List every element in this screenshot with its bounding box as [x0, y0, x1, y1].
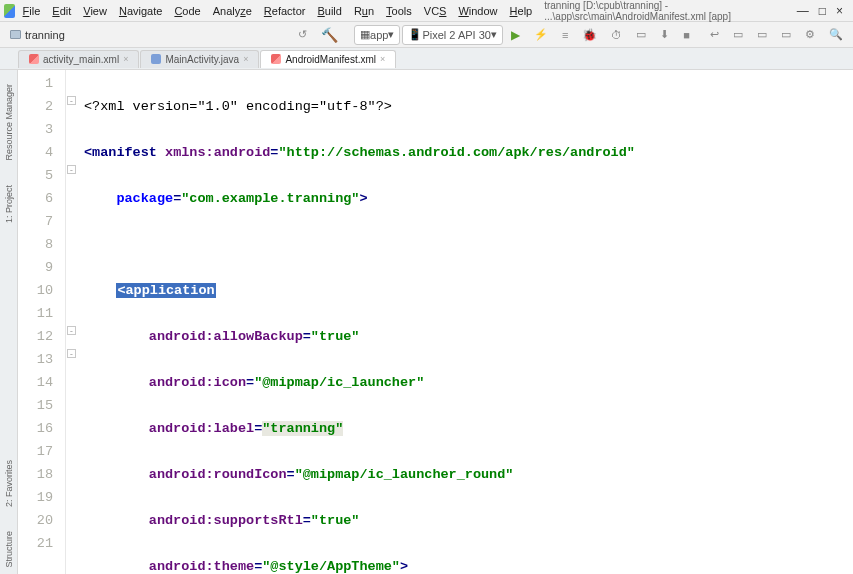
folder-icon — [10, 30, 21, 39]
menu-run[interactable]: Run — [350, 3, 378, 19]
close-button[interactable]: × — [836, 4, 843, 18]
stop-button[interactable]: ■ — [677, 25, 696, 45]
settings-button[interactable]: ⚙ — [799, 25, 821, 45]
window-title-path: tranning [D:\cpub\tranning] - ...\app\sr… — [544, 0, 787, 22]
close-icon[interactable]: × — [123, 54, 128, 64]
menu-view[interactable]: View — [79, 3, 111, 19]
vcs-button[interactable]: ↩ — [704, 25, 725, 45]
menu-analyze[interactable]: Analyze — [209, 3, 256, 19]
code-editor[interactable]: 1 2 3 4 5 6 7 8 9 10 11 12 13 14 15 16 1… — [18, 70, 853, 574]
attach-icon: ≡ — [562, 29, 568, 41]
close-icon[interactable]: × — [243, 54, 248, 64]
menu-navigate[interactable]: Navigate — [115, 3, 166, 19]
gear-icon: ⚙ — [805, 28, 815, 41]
profile-icon: ⏱ — [611, 29, 622, 41]
structure-icon: ▭ — [733, 28, 743, 41]
vcs-icon: ↩ — [710, 28, 719, 41]
run-config-selector[interactable]: ▦ app ▾ — [354, 25, 400, 45]
java-file-icon — [151, 54, 161, 64]
run-button[interactable]: ▶ — [505, 25, 526, 45]
sdk-button[interactable]: ⬇ — [654, 25, 675, 45]
structure-tab[interactable]: Structure — [3, 525, 15, 574]
tab-mainactivity[interactable]: MainActivity.java × — [140, 50, 259, 68]
menubar: File Edit View Navigate Code Analyze Ref… — [0, 0, 853, 22]
resource-manager-tab[interactable]: Resource Manager — [3, 78, 15, 167]
menu-code[interactable]: Code — [170, 3, 204, 19]
menu-build[interactable]: Build — [313, 3, 345, 19]
sdk-icon: ⬇ — [660, 28, 669, 41]
left-tool-tabs: Resource Manager 1: Project 2: Favorites… — [0, 70, 18, 574]
menu-refactor[interactable]: Refactor — [260, 3, 310, 19]
tool2-button[interactable]: ▭ — [775, 25, 797, 45]
menu-window[interactable]: Window — [454, 3, 501, 19]
menu-edit[interactable]: Edit — [48, 3, 75, 19]
code-content[interactable]: <?xml version="1.0" encoding="utf-8"?> <… — [78, 70, 706, 574]
editor-tabs: activity_main.xml × MainActivity.java × … — [0, 48, 853, 70]
tab-manifest[interactable]: AndroidManifest.xml × — [260, 50, 396, 68]
sync-icon: ↺ — [298, 28, 307, 41]
structure-button[interactable]: ▭ — [727, 25, 749, 45]
breadcrumb[interactable]: tranning — [4, 27, 71, 43]
fold-gutter: - - - - — [66, 70, 78, 574]
menu-help[interactable]: Help — [506, 3, 537, 19]
maximize-button[interactable]: □ — [819, 4, 826, 18]
avd-button[interactable]: ▭ — [630, 25, 652, 45]
stop-icon: ■ — [683, 29, 690, 41]
menu-tools[interactable]: Tools — [382, 3, 416, 19]
debug-button[interactable]: 🐞 — [576, 25, 603, 45]
menu-vcs[interactable]: VCS — [420, 3, 451, 19]
search-icon: 🔍 — [829, 28, 843, 41]
toolbar: tranning ↺ 🔨 ▦ app ▾ 📱 Pixel 2 API 30 ▾ … — [0, 22, 853, 48]
fold-toggle[interactable]: - — [67, 326, 76, 335]
app-logo-icon — [4, 4, 15, 18]
sync-button[interactable]: ↺ — [292, 25, 313, 45]
favorites-tab[interactable]: 2: Favorites — [3, 454, 15, 513]
window-controls: — □ × — [791, 4, 849, 18]
profile-button[interactable]: ⏱ — [605, 25, 628, 45]
tab-activity-main[interactable]: activity_main.xml × — [18, 50, 139, 68]
minimize-button[interactable]: — — [797, 4, 809, 18]
tool-icon: ▭ — [781, 28, 791, 41]
fold-toggle[interactable]: - — [67, 349, 76, 358]
fold-toggle[interactable]: - — [67, 96, 76, 105]
line-number-gutter: 1 2 3 4 5 6 7 8 9 10 11 12 13 14 15 16 1… — [18, 70, 66, 574]
fold-toggle[interactable]: - — [67, 165, 76, 174]
tool-icon: ▭ — [757, 28, 767, 41]
device-selector[interactable]: 📱 Pixel 2 API 30 ▾ — [402, 25, 503, 45]
apply-changes-button[interactable]: ⚡ — [528, 25, 554, 45]
xml-file-icon — [29, 54, 39, 64]
menu-file[interactable]: File — [19, 3, 45, 19]
build-button[interactable]: 🔨 — [315, 25, 344, 45]
breadcrumb-label: tranning — [25, 29, 65, 41]
apply-icon: ⚡ — [534, 28, 548, 41]
search-button[interactable]: 🔍 — [823, 25, 849, 45]
tool1-button[interactable]: ▭ — [751, 25, 773, 45]
project-tab[interactable]: 1: Project — [3, 179, 15, 229]
attach-button[interactable]: ≡ — [556, 25, 574, 45]
close-icon[interactable]: × — [380, 54, 385, 64]
phone-icon: ▭ — [636, 28, 646, 41]
xml-file-icon — [271, 54, 281, 64]
